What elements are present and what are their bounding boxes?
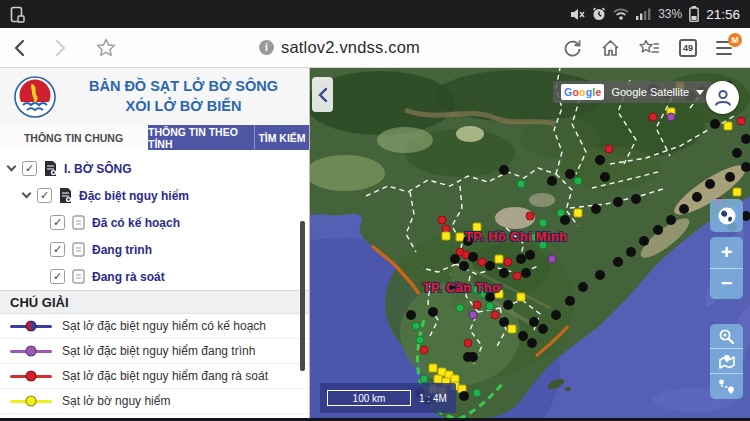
tab-tim-kiem[interactable]: TÌM KIẾM [255, 125, 309, 150]
erosion-marker[interactable] [495, 254, 504, 263]
basemap-selector[interactable]: Google Google Satellite [553, 81, 712, 103]
tree-item-label[interactable]: I. BỜ SÔNG [64, 162, 132, 176]
map-canvas[interactable]: TP. Hồ Chí Minh TP. Cần Thơ Google Googl… [310, 68, 750, 421]
checkbox[interactable]: ✓ [37, 188, 52, 203]
tab-count-button[interactable]: 49 [679, 39, 697, 57]
erosion-marker[interactable] [605, 145, 614, 154]
erosion-marker[interactable] [705, 179, 715, 189]
tree-item-dac-biet-nguy-hiem[interactable]: ✓ Đặc biệt nguy hiểm [0, 182, 309, 209]
erosion-marker[interactable] [517, 293, 526, 302]
sidebar-scrollbar[interactable] [300, 221, 305, 371]
chevron-down-icon[interactable] [7, 162, 17, 172]
tree-item-label[interactable]: Đã có kế hoạch [92, 216, 180, 230]
erosion-marker[interactable] [595, 155, 605, 165]
back-button[interactable] [14, 39, 25, 57]
erosion-marker[interactable] [499, 165, 509, 175]
erosion-marker[interactable] [649, 113, 658, 122]
checkbox[interactable]: ✓ [22, 161, 37, 176]
erosion-marker[interactable] [548, 254, 557, 263]
globe-view-button[interactable] [710, 199, 743, 232]
erosion-marker[interactable] [613, 257, 623, 267]
checkbox[interactable]: ✓ [50, 242, 65, 257]
erosion-marker[interactable] [420, 346, 429, 355]
erosion-marker[interactable] [737, 116, 746, 125]
erosion-marker[interactable] [741, 162, 750, 172]
erosion-marker[interactable] [591, 204, 601, 214]
zoom-in-button[interactable]: + [710, 237, 743, 269]
erosion-marker[interactable] [639, 236, 649, 246]
erosion-marker[interactable] [429, 364, 438, 373]
bookmarks-list-button[interactable] [639, 39, 660, 57]
erosion-marker[interactable] [473, 388, 482, 397]
erosion-marker[interactable] [442, 231, 451, 240]
account-button[interactable] [706, 81, 739, 114]
erosion-marker[interactable] [724, 122, 733, 131]
bookmark-star-button[interactable] [96, 38, 116, 57]
erosion-marker[interactable] [547, 176, 557, 186]
erosion-marker[interactable] [503, 300, 513, 310]
forward-button[interactable] [55, 39, 66, 57]
tree-item-da-co-ke-hoach[interactable]: ✓ Đã có kế hoạch [0, 209, 309, 236]
erosion-marker[interactable] [486, 302, 495, 311]
reload-button[interactable] [563, 38, 582, 57]
erosion-marker[interactable] [455, 304, 464, 313]
erosion-marker[interactable] [725, 172, 735, 182]
url-text[interactable]: satlov2.vndss.com [281, 38, 420, 57]
erosion-marker[interactable] [626, 247, 636, 257]
tree-item-dang-ra-soat[interactable]: ✓ Đang rà soát [0, 263, 309, 290]
chevron-down-icon[interactable] [22, 189, 32, 199]
erosion-marker[interactable] [450, 254, 460, 264]
erosion-marker[interactable] [459, 261, 469, 271]
erosion-marker[interactable] [468, 311, 477, 320]
erosion-marker[interactable] [517, 180, 526, 189]
erosion-marker[interactable] [565, 169, 575, 179]
erosion-marker[interactable] [560, 215, 570, 225]
erosion-marker[interactable] [538, 324, 548, 334]
checkbox[interactable]: ✓ [50, 269, 65, 284]
erosion-marker[interactable] [518, 331, 528, 341]
route-button[interactable] [710, 374, 743, 399]
erosion-marker[interactable] [411, 321, 420, 330]
search-location-button[interactable] [710, 324, 743, 349]
tab-thong-tin-theo-tinh[interactable]: THÔNG TIN THEO TỈNH [148, 125, 255, 150]
erosion-marker[interactable] [600, 172, 610, 182]
tree-item-label[interactable]: Đặc biệt nguy hiểm [79, 189, 189, 203]
erosion-marker[interactable] [679, 204, 689, 214]
erosion-marker[interactable] [574, 208, 583, 217]
address-bar[interactable]: i satlov2.vndss.com [116, 38, 563, 57]
erosion-marker[interactable] [485, 261, 495, 271]
erosion-marker[interactable] [521, 268, 531, 278]
erosion-marker[interactable] [459, 391, 469, 401]
page-info-icon[interactable]: i [259, 40, 274, 55]
erosion-marker[interactable] [463, 352, 473, 362]
tree-item-dang-trinh[interactable]: ✓ Đang trình [0, 236, 309, 263]
erosion-marker[interactable] [420, 374, 429, 383]
erosion-marker[interactable] [529, 317, 539, 327]
erosion-marker[interactable] [653, 225, 663, 235]
erosion-marker[interactable] [732, 187, 741, 196]
erosion-marker[interactable] [526, 212, 535, 221]
erosion-marker[interactable] [490, 311, 499, 320]
sidebar-collapse-button[interactable] [312, 77, 333, 112]
erosion-marker[interactable] [525, 250, 535, 260]
tab-thong-tin-chung[interactable]: THÔNG TIN CHUNG [0, 125, 148, 150]
erosion-marker[interactable] [464, 339, 473, 348]
erosion-marker[interactable] [473, 300, 482, 309]
tree-item-label[interactable]: Đang rà soát [92, 270, 165, 284]
erosion-marker[interactable] [416, 335, 425, 344]
erosion-marker[interactable] [504, 258, 513, 267]
erosion-marker[interactable] [666, 113, 675, 122]
erosion-marker[interactable] [499, 268, 509, 278]
erosion-marker[interactable] [613, 197, 623, 207]
erosion-marker[interactable] [710, 119, 720, 129]
locate-on-map-button[interactable] [710, 349, 743, 374]
erosion-marker[interactable] [527, 338, 537, 348]
erosion-marker[interactable] [732, 148, 742, 158]
erosion-marker[interactable] [692, 192, 702, 202]
menu-button[interactable]: M [716, 40, 736, 56]
tree-item-label[interactable]: Đang trình [92, 243, 152, 257]
erosion-marker[interactable] [631, 194, 641, 204]
erosion-marker[interactable] [565, 296, 575, 306]
erosion-marker[interactable] [595, 270, 605, 280]
checkbox[interactable]: ✓ [50, 215, 65, 230]
